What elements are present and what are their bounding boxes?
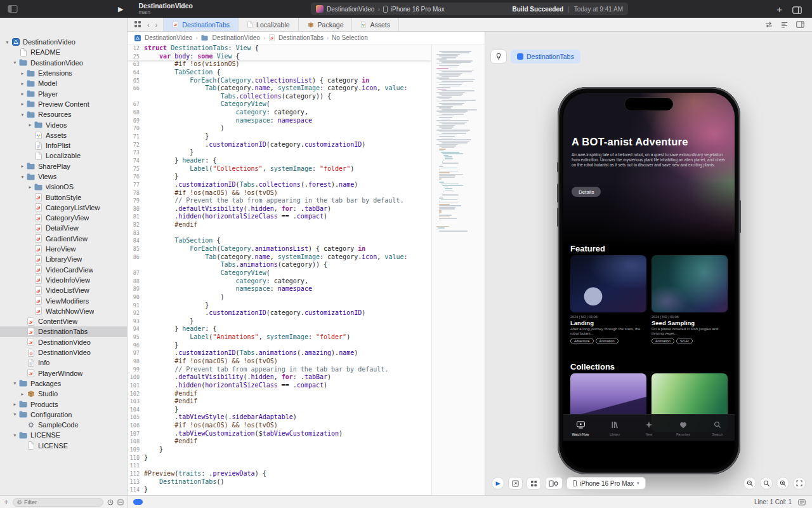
- disclosure-triangle[interactable]: ▸: [19, 101, 26, 107]
- code-line-104[interactable]: 104 }: [128, 406, 431, 414]
- disclosure-triangle[interactable]: ▸: [27, 184, 34, 190]
- variants-button[interactable]: [527, 477, 541, 490]
- preview-device-selector[interactable]: iPhone 16 Pro Max ▾: [566, 477, 646, 490]
- zoom-fit-button[interactable]: [793, 477, 806, 490]
- sidebar-item-categoryview[interactable]: CategoryView: [0, 213, 127, 223]
- code-line-101[interactable]: 101 .hidden(horizontalSizeClass == .comp…: [128, 382, 431, 390]
- sidebar-item-destinationvideo[interactable]: ▾DestinationVideo: [0, 58, 127, 68]
- sidebar-item-heroview[interactable]: HeroView: [0, 244, 127, 254]
- code-line-110[interactable]: 110}: [128, 454, 431, 462]
- code-line-90[interactable]: 90 ): [128, 293, 431, 302]
- sidebar-item-buttonstyle[interactable]: ButtonStyle: [0, 192, 127, 202]
- breadcrumb[interactable]: DestinationVideo›DestinationVideo›Destin…: [128, 32, 485, 44]
- code-line-95[interactable]: 95 Label("Animations", systemImage: "fol…: [128, 333, 431, 342]
- sidebar-item-views[interactable]: ▾Views: [0, 171, 127, 182]
- sidebar-item-videocardview[interactable]: VideoCardView: [0, 265, 127, 275]
- video-card-landing[interactable]: 2024 | NR | 01:06LandingAfter a long jou…: [570, 255, 646, 344]
- sidebar-item-info[interactable]: Info: [0, 358, 127, 368]
- breadcrumb-item-destinationvideo[interactable]: DestinationVideo: [145, 34, 192, 41]
- project-label[interactable]: DestinationVideo main: [138, 3, 193, 15]
- code-line-87[interactable]: 87 CategoryView(: [128, 269, 431, 277]
- add-editor-icon[interactable]: [796, 19, 804, 30]
- code-line-94[interactable]: 94 } header: {: [128, 325, 431, 333]
- tab-destinationtabs[interactable]: DestinationTabs: [163, 18, 239, 31]
- disclosure-triangle[interactable]: ▸: [19, 163, 26, 169]
- tab-package[interactable]: Package: [298, 18, 353, 31]
- app-tab-watch-now[interactable]: Watch Now: [563, 415, 598, 441]
- sidebar-item-watchnowview[interactable]: WatchNowView: [0, 306, 127, 316]
- video-card-seed-sampling[interactable]: 2024 | NR | 01:06Seed SamplingOn a plane…: [652, 255, 728, 344]
- code-line-99[interactable]: 99 // Prevent tab from appearing in the …: [128, 366, 431, 374]
- sidebar-item-configuration[interactable]: ▾Configuration: [0, 410, 127, 420]
- disclosure-triangle[interactable]: ▸: [19, 91, 26, 97]
- editor-layout-icon[interactable]: [792, 5, 802, 13]
- code-editor[interactable]: 12struct DestinationTabs: View {25 var b…: [128, 44, 431, 495]
- sidebar-item-videos[interactable]: ▸Videos: [0, 119, 127, 130]
- code-line-63[interactable]: 63 #if !os(visionOS): [128, 60, 431, 69]
- sidebar-item-destinationvideo[interactable]: ▾DestinationVideo: [0, 37, 127, 47]
- code-line-89[interactable]: 89 namespace: namespace: [128, 285, 431, 293]
- sidebar-item-studio[interactable]: ▸Studio: [0, 389, 127, 399]
- code-line-85[interactable]: 85 ForEach(Category.animationsList) { ca…: [128, 245, 431, 253]
- sidebar-item-extensions[interactable]: ▸Extensions: [0, 68, 127, 78]
- zoom-actual-button[interactable]: [760, 477, 773, 490]
- code-line-70[interactable]: 70 ): [128, 124, 431, 133]
- zoom-out-button[interactable]: [743, 477, 756, 490]
- sidebar-item-playerwindow[interactable]: PlayerWindow: [0, 368, 127, 378]
- minimap[interactable]: [431, 44, 485, 495]
- sidebar-item-videolistview[interactable]: VideoListView: [0, 285, 127, 295]
- code-line-86[interactable]: 86 Tab(category.name, systemImage: categ…: [128, 253, 431, 262]
- code-line-77[interactable]: 77 .customizationID(Tabs.collections(.fo…: [128, 181, 431, 189]
- disclosure-triangle[interactable]: ▾: [19, 112, 26, 117]
- library-add-icon[interactable]: +: [776, 4, 782, 15]
- code-line-100[interactable]: 100 .defaultVisibility(.hidden, for: .ta…: [128, 373, 431, 382]
- sidebar-item-license[interactable]: ▾LICENSE: [0, 430, 127, 440]
- device-settings-button[interactable]: [545, 477, 563, 490]
- code-line-105[interactable]: 105 .tabViewStyle(.sidebarAdaptable): [128, 413, 431, 422]
- code-line-112[interactable]: 112#Preview(traits: .previewData) {: [128, 470, 431, 478]
- sidebar-item-videoinfoview[interactable]: VideoInfoView: [0, 275, 127, 285]
- code-line-109[interactable]: 109 }: [128, 446, 431, 454]
- app-tab-search[interactable]: Search: [700, 415, 735, 441]
- add-file-icon[interactable]: +: [4, 497, 9, 507]
- sidebar-item-localizable[interactable]: Localizable: [0, 150, 127, 161]
- code-line-92[interactable]: 92 .customizationID(category.customizati…: [128, 309, 431, 318]
- filter-field[interactable]: [13, 498, 103, 507]
- related-items-icon[interactable]: [134, 19, 141, 30]
- sidebar-item-libraryview[interactable]: LibraryView: [0, 254, 127, 264]
- scheme-name[interactable]: DestinationVideo: [327, 6, 374, 13]
- sidebar-item-resources[interactable]: ▾Resources: [0, 109, 127, 119]
- code-line-80[interactable]: 80 .defaultVisibility(.hidden, for: .tab…: [128, 205, 431, 213]
- details-button[interactable]: Details: [572, 187, 601, 197]
- source-control-status-icon[interactable]: [117, 499, 124, 505]
- disclosure-triangle[interactable]: ▸: [19, 81, 26, 86]
- disclosure-triangle[interactable]: ▾: [11, 432, 18, 438]
- live-preview-button[interactable]: ▶: [492, 477, 504, 490]
- code-line-84[interactable]: 84 TabSection {: [128, 237, 431, 245]
- code-line-64[interactable]: 64 TabSection {: [128, 69, 431, 77]
- code-line-106[interactable]: 106 #if !os(macOS) && !os(tvOS): [128, 422, 431, 430]
- code-line-65[interactable]: 65 ForEach(Category.collectionsList) { c…: [128, 77, 431, 85]
- disclosure-triangle[interactable]: ▸: [11, 401, 18, 407]
- code-line-98[interactable]: 98 #if !os(macOS) && !os(tvOS): [128, 358, 431, 366]
- code-line-81[interactable]: 81 .hidden(horizontalSizeClass == .compa…: [128, 213, 431, 221]
- code-line-79[interactable]: 79 // Prevent the tab from appearing in …: [128, 197, 431, 205]
- sidebar-item-detailview[interactable]: DetailView: [0, 223, 127, 233]
- code-line-111[interactable]: 111: [128, 462, 431, 470]
- back-chevron-icon[interactable]: ‹: [147, 21, 150, 29]
- sidebar-item-destinationvideo[interactable]: DestinationVideo: [0, 347, 127, 358]
- preview-tab-chip[interactable]: DestinationTabs: [511, 50, 580, 64]
- code-line-114[interactable]: 114}: [128, 486, 431, 494]
- code-line-108[interactable]: 108 #endif: [128, 438, 431, 446]
- disclosure-triangle[interactable]: ▾: [11, 60, 18, 65]
- code-line-103[interactable]: 103 #endif: [128, 398, 431, 406]
- sidebar-item-packages[interactable]: ▾Packages: [0, 378, 127, 389]
- breadcrumb-item-no-selection[interactable]: No Selection: [332, 34, 368, 41]
- run-destination[interactable]: iPhone 16 Pro Max: [391, 6, 445, 13]
- code-line-68[interactable]: 68 category: category,: [128, 109, 431, 117]
- code-line-25[interactable]: 25 var body: some View {: [128, 53, 431, 61]
- code-line-67[interactable]: 67 CategoryView(: [128, 100, 431, 109]
- disclosure-triangle[interactable]: ▸: [19, 391, 26, 397]
- disclosure-triangle[interactable]: ▾: [19, 174, 26, 180]
- sidebar-item-viewmodifiers[interactable]: ViewModifiers: [0, 295, 127, 305]
